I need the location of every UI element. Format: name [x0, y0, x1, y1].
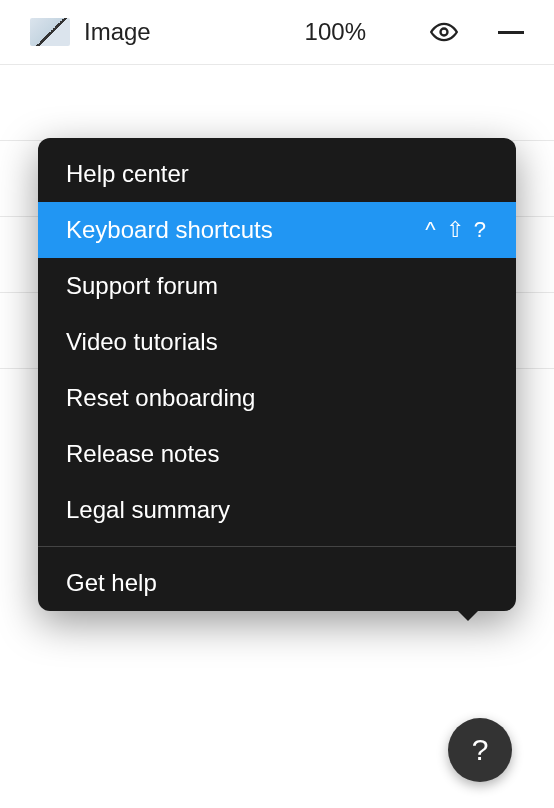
menu-item-label: Video tutorials: [66, 328, 218, 356]
menu-item-release-notes[interactable]: Release notes: [38, 426, 516, 482]
menu-item-get-help[interactable]: Get help: [38, 555, 516, 611]
layer-thumbnail: [30, 18, 70, 46]
menu-item-label: Keyboard shortcuts: [66, 216, 273, 244]
menu-item-reset-onboarding[interactable]: Reset onboarding: [38, 370, 516, 426]
menu-item-label: Support forum: [66, 272, 218, 300]
menu-item-video-tutorials[interactable]: Video tutorials: [38, 314, 516, 370]
help-fab-button[interactable]: ?: [448, 718, 512, 782]
collapse-minus-icon[interactable]: [498, 31, 524, 34]
menu-item-shortcut: ^ ⇧ ?: [425, 217, 488, 243]
layer-opacity: 100%: [305, 18, 366, 46]
layer-row[interactable]: Image 100%: [0, 0, 554, 65]
svg-point-0: [441, 29, 448, 36]
menu-item-keyboard-shortcuts[interactable]: Keyboard shortcuts ^ ⇧ ?: [38, 202, 516, 258]
menu-item-label: Help center: [66, 160, 189, 188]
section-row: [0, 65, 554, 141]
menu-divider: [38, 546, 516, 547]
menu-item-help-center[interactable]: Help center: [38, 138, 516, 202]
menu-item-support-forum[interactable]: Support forum: [38, 258, 516, 314]
menu-item-label: Get help: [66, 569, 157, 597]
menu-item-legal-summary[interactable]: Legal summary: [38, 482, 516, 538]
visibility-icon[interactable]: [430, 18, 458, 46]
menu-item-label: Reset onboarding: [66, 384, 255, 412]
help-menu-popover: Help center Keyboard shortcuts ^ ⇧ ? Sup…: [38, 138, 516, 611]
question-mark-icon: ?: [472, 733, 489, 767]
popover-arrow: [456, 609, 480, 621]
layer-name: Image: [84, 18, 291, 46]
menu-item-label: Release notes: [66, 440, 219, 468]
menu-item-label: Legal summary: [66, 496, 230, 524]
